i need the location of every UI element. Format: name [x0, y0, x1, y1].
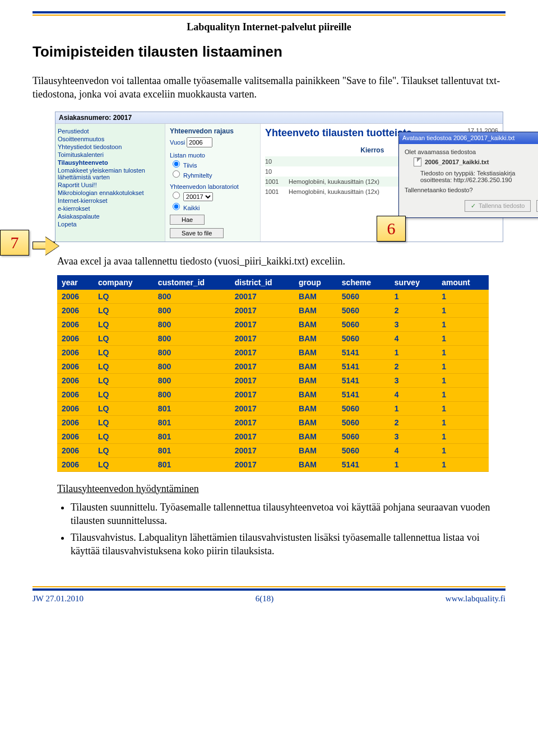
table-header: amount [437, 275, 489, 290]
table-row: 2006LQ80120017BAM506021 [57, 415, 489, 429]
footer-center: 6(18) [256, 594, 274, 604]
dialog-question: Tallennetaanko tiedosto? [405, 187, 538, 193]
callout-six: 6 [377, 216, 406, 242]
list-format-label: Listan muoto [170, 152, 256, 159]
year-label: Vuosi [170, 139, 185, 146]
arrow-icon [33, 242, 55, 249]
nav-item[interactable]: Internet-kierrokset [58, 197, 163, 205]
table-row: 2006LQ80120017BAM506031 [57, 429, 489, 443]
nav-item[interactable]: Yhteystiedot tiedostoon [58, 143, 163, 151]
table-row: 2006LQ80020017BAM514111 [57, 345, 489, 359]
section-heading: Toimipisteiden tilausten listaaminen [33, 43, 505, 61]
table-header: scheme [337, 275, 390, 290]
opt-tight-label: Tiivis [183, 162, 197, 169]
table-row: 2006LQ80020017BAM506011 [57, 290, 489, 304]
dialog-addr: osoitteesta: http://62.236.250.190 [420, 177, 538, 183]
list-item: Tilausten suunnittelu. Työasemalle talle… [71, 500, 505, 528]
nav-item[interactable]: Osoitteenmuutos [58, 135, 163, 143]
step-text: Avaa excel ja avaa tallennettu tiedosto … [57, 256, 505, 267]
table-header: customer_id [154, 275, 230, 290]
screenshot-topbar: Asiakasnumero: 20017 [55, 112, 503, 124]
doc-header: Labqualityn Internet-palvelut piireille [33, 21, 505, 33]
search-button[interactable]: Hae [170, 215, 205, 225]
nav-item[interactable]: Lomakkeet yleiskemian tulosten lähettämi… [58, 166, 163, 181]
table-row: 2006LQ80020017BAM514131 [57, 373, 489, 387]
footer-rule-orange [33, 586, 505, 587]
table-row: 2006LQ80120017BAM514111 [57, 457, 489, 471]
radio-tight[interactable] [173, 160, 180, 168]
table-header: group [294, 275, 337, 290]
top-rule-orange [33, 15, 505, 16]
nav-item[interactable]: Toimituskalenteri [58, 151, 163, 159]
table-header: survey [390, 275, 437, 290]
opt-all-label: Kaikki [183, 205, 200, 211]
radio-grouped[interactable] [173, 170, 180, 178]
usage-bullets: Tilausten suunnittelu. Työasemalle talle… [71, 500, 505, 558]
filter-panel: Yhteenvedon rajaus Vuosi Listan muoto Ti… [165, 124, 261, 242]
table-row: 2006LQ80120017BAM506041 [57, 443, 489, 457]
lab-scope-label: Yhteenvedon laboratoriot [170, 183, 256, 190]
opt-grouped-label: Ryhmitelty [183, 172, 212, 179]
lab-select[interactable]: 20017 [183, 192, 213, 201]
list-item: Tilausvahvistus. Labqualityn lähettämien… [71, 531, 505, 558]
dialog-line1: Olet avaamassa tiedostoa [405, 149, 538, 155]
col-kierros: Kierros [360, 146, 384, 154]
dialog-title: Avataan tiedostoa 2006_20017_kaikki.txt [402, 134, 514, 141]
nav-item[interactable]: Perustiedot [58, 127, 163, 135]
footer-left: JW 27.01.2010 [33, 594, 84, 604]
table-row: 2006LQ80020017BAM506021 [57, 303, 489, 317]
nav-item[interactable]: e-kierrokset [58, 205, 163, 212]
table-row: 2006LQ80020017BAM506041 [57, 331, 489, 345]
nav-item[interactable]: Mikrobiologian ennakkotulokset [58, 189, 163, 197]
dialog-save-button[interactable]: ✓Tallenna tiedosto [465, 200, 531, 212]
radio-all-labs[interactable] [173, 203, 180, 210]
table-header: company [94, 275, 154, 290]
nav-item[interactable]: Lopeta [58, 220, 163, 228]
table-header: year [57, 275, 94, 290]
table-row: 2006LQ80020017BAM514121 [57, 359, 489, 373]
file-icon [414, 157, 421, 166]
top-rule-blue [33, 11, 505, 13]
embedded-screenshot: Asiakasnumero: 20017 PerustiedotOsoittee… [55, 112, 505, 242]
table-row: 2006LQ80120017BAM506011 [57, 401, 489, 415]
table-row: 2006LQ80020017BAM514141 [57, 387, 489, 401]
left-nav: PerustiedotOsoitteenmuutosYhteystiedot t… [55, 124, 165, 242]
usage-heading: Tilausyhteenvedon hyödyntäminen [57, 483, 505, 495]
footer-link[interactable]: www.labquality.fi [446, 594, 505, 604]
radio-specific-lab[interactable] [173, 192, 180, 199]
year-input[interactable] [187, 137, 212, 147]
nav-item[interactable]: Raportit Uusi!! [58, 181, 163, 189]
callout-seven: 7 [0, 230, 29, 256]
table-row: 2006LQ80020017BAM506031 [57, 317, 489, 331]
dialog-filename: 2006_20017_kaikki.txt [425, 159, 489, 165]
dialog-type: Tiedosto on tyyppiä: Tekstiasiakirja [420, 170, 538, 177]
filter-heading: Yhteenvedon rajaus [170, 127, 256, 135]
download-dialog: Avataan tiedostoa 2006_20017_kaikki.txt … [398, 132, 538, 218]
table-header: district_id [230, 275, 294, 290]
nav-item[interactable]: Asiakaspalaute [58, 212, 163, 220]
intro-paragraph: Tilausyhteenvedon voi tallentaa omalle t… [33, 74, 505, 101]
save-to-file-button[interactable]: Save to file [170, 228, 224, 238]
data-table: yearcompanycustomer_iddistrict_idgroupsc… [57, 275, 489, 472]
nav-item[interactable]: Tilausyhteenveto [58, 159, 163, 166]
